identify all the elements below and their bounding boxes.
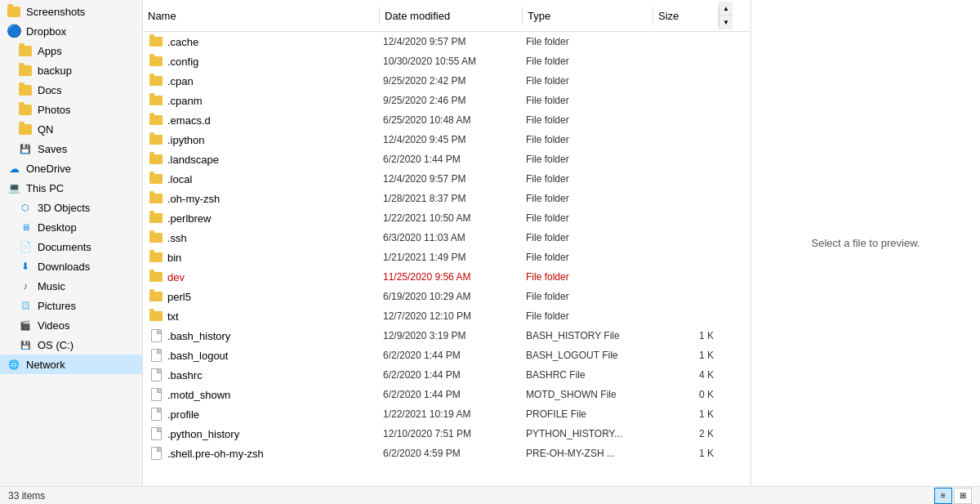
file-type: File folder: [526, 291, 657, 302]
sidebar-item-pictures[interactable]: 🖼Pictures: [0, 296, 142, 315]
file-type: File folder: [526, 193, 657, 204]
col-header-date[interactable]: Date modified: [380, 7, 523, 25]
table-row[interactable]: txt12/7/2020 12:10 PMFile folder: [143, 306, 751, 326]
sidebar-item-label: Apps: [38, 45, 62, 57]
file-name: .emacs.d: [167, 114, 383, 127]
file-name: .ipython: [167, 134, 383, 146]
table-row[interactable]: .ssh6/3/2020 11:03 AMFile folder: [143, 228, 751, 248]
sidebar-item-label: Docs: [38, 84, 62, 96]
folder-icon: [148, 230, 164, 246]
table-row[interactable]: .bashrc6/2/2020 1:44 PMBASHRC File4 K: [143, 365, 751, 385]
table-row[interactable]: bin1/21/2021 1:49 PMFile folder: [143, 248, 751, 267]
sidebar-item-network[interactable]: 🌐Network: [0, 355, 142, 374]
sidebar-item-videos[interactable]: 🎬Videos: [0, 315, 142, 335]
column-header-row: Name Date modified Type Size ▲ ▼: [143, 0, 751, 32]
list-view-btn[interactable]: ≡: [934, 488, 952, 504]
table-row[interactable]: .python_history12/10/2020 7:51 PMPYTHON_…: [143, 424, 751, 444]
sidebar-item-saves[interactable]: 💾Saves: [0, 139, 142, 158]
file-icon: [148, 445, 164, 462]
table-row[interactable]: .bash_logout6/2/2020 1:44 PMBASH_LOGOUT …: [143, 346, 751, 365]
file-type: File folder: [526, 212, 657, 224]
file-icon: [148, 347, 164, 364]
sidebar-item-docs[interactable]: Docs: [0, 80, 142, 100]
file-date: 6/3/2020 11:03 AM: [383, 232, 526, 243]
sidebar-item-onedrive[interactable]: ☁OneDrive: [0, 158, 142, 178]
col-header-size[interactable]: Size: [653, 7, 719, 25]
preview-text: Select a file to preview.: [812, 237, 920, 249]
file-type: File folder: [526, 134, 657, 145]
table-row[interactable]: .bash_history12/9/2020 3:19 PMBASH_HISTO…: [143, 326, 751, 346]
file-name: .cache: [167, 36, 383, 48]
file-date: 6/2/2020 4:59 PM: [383, 448, 526, 459]
sidebar-item-music[interactable]: ♪Music: [0, 276, 142, 296]
folder-icon: [148, 210, 164, 226]
table-row[interactable]: .config10/30/2020 10:55 AMFile folder: [143, 51, 751, 71]
sidebar-item-documents[interactable]: 📄Documents: [0, 237, 142, 256]
table-row[interactable]: .shell.pre-oh-my-zsh6/2/2020 4:59 PMPRE-…: [143, 444, 751, 463]
sidebar-item-apps[interactable]: Apps: [0, 41, 142, 60]
col-header-name[interactable]: Name: [143, 7, 380, 25]
downloads-icon: ⬇: [18, 259, 33, 274]
table-row[interactable]: .oh-my-zsh1/28/2021 8:37 PMFile folder: [143, 189, 751, 208]
sidebar-item-photos[interactable]: Photos: [0, 100, 142, 119]
sidebar-item-label: Screenshots: [26, 6, 85, 18]
file-name: .bash_logout: [167, 350, 383, 362]
sidebar-item-downloads[interactable]: ⬇Downloads: [0, 256, 142, 276]
table-row[interactable]: .motd_shown6/2/2020 1:44 PMMOTD_SHOWN Fi…: [143, 385, 751, 404]
sidebar-item-qn[interactable]: QN: [0, 119, 142, 139]
sidebar: Screenshots🔵DropboxAppsbackupDocsPhotosQ…: [0, 0, 143, 486]
sidebar-item-thispc[interactable]: 💻This PC: [0, 178, 142, 198]
file-name: .local: [167, 173, 383, 185]
col-header-type[interactable]: Type: [523, 7, 653, 25]
table-row[interactable]: .local12/4/2020 9:57 PMFile folder: [143, 169, 751, 189]
sidebar-item-screenshots[interactable]: Screenshots: [0, 2, 142, 21]
table-row[interactable]: .ipython12/4/2020 9:45 PMFile folder: [143, 130, 751, 149]
scroll-up-btn[interactable]: ▲: [719, 2, 733, 16]
file-date: 11/25/2020 9:56 AM: [383, 271, 526, 283]
videos-icon: 🎬: [18, 318, 33, 332]
file-name: .landscape: [167, 154, 383, 166]
file-type: File folder: [526, 232, 657, 243]
table-row[interactable]: .perlbrew1/22/2021 10:50 AMFile folder: [143, 208, 751, 228]
file-list-body[interactable]: .cache12/4/2020 9:57 PMFile folder.confi…: [143, 32, 751, 486]
details-view-btn[interactable]: ⊞: [954, 488, 972, 504]
file-type: File folder: [526, 95, 657, 106]
file-date: 12/9/2020 3:19 PM: [383, 330, 526, 341]
header-scroll: ▲ ▼: [719, 2, 733, 29]
view-toggles: ≡ ⊞: [934, 488, 972, 504]
file-name: .cpanm: [167, 95, 383, 107]
file-size: 2 K: [657, 428, 722, 439]
file-name: .config: [167, 56, 383, 68]
file-type: File folder: [526, 271, 657, 283]
file-type: File folder: [526, 252, 657, 263]
file-type: File folder: [526, 36, 657, 47]
file-name: .bashrc: [167, 369, 383, 381]
file-size: 1 K: [657, 330, 722, 341]
folder-icon: [18, 83, 33, 97]
table-row[interactable]: perl56/19/2020 10:29 AMFile folder: [143, 287, 751, 306]
sidebar-item-dropbox[interactable]: 🔵Dropbox: [0, 21, 142, 41]
table-row[interactable]: .cpanm9/25/2020 2:46 PMFile folder: [143, 91, 751, 110]
table-row[interactable]: .profile1/22/2021 10:19 AMPROFILE File1 …: [143, 404, 751, 424]
file-type: File folder: [526, 173, 657, 185]
table-row[interactable]: .emacs.d6/25/2020 10:48 AMFile folder: [143, 110, 751, 130]
file-name: bin: [167, 252, 383, 264]
sidebar-item-3dobjects[interactable]: ⬡3D Objects: [0, 198, 142, 217]
file-date: 6/2/2020 1:44 PM: [383, 389, 526, 400]
table-row[interactable]: .cpan9/25/2020 2:42 PMFile folder: [143, 71, 751, 91]
file-size: 4 K: [657, 369, 722, 381]
table-row[interactable]: dev11/25/2020 9:56 AMFile folder: [143, 267, 751, 287]
file-name: .shell.pre-oh-my-zsh: [167, 448, 383, 460]
folder-icon: [7, 4, 21, 19]
sidebar-item-osc[interactable]: 💾OS (C:): [0, 335, 142, 355]
folder-icon: [148, 53, 164, 69]
file-date: 12/10/2020 7:51 PM: [383, 428, 526, 439]
sidebar-item-backup[interactable]: backup: [0, 60, 142, 80]
scroll-down-btn[interactable]: ▼: [719, 16, 733, 29]
sidebar-item-desktop[interactable]: 🖥Desktop: [0, 217, 142, 237]
table-row[interactable]: .cache12/4/2020 9:57 PMFile folder: [143, 32, 751, 51]
table-row[interactable]: .landscape6/2/2020 1:44 PMFile folder: [143, 149, 751, 169]
main-container: Screenshots🔵DropboxAppsbackupDocsPhotosQ…: [0, 0, 980, 486]
file-date: 12/4/2020 9:57 PM: [383, 173, 526, 185]
file-date: 6/2/2020 1:44 PM: [383, 154, 526, 165]
